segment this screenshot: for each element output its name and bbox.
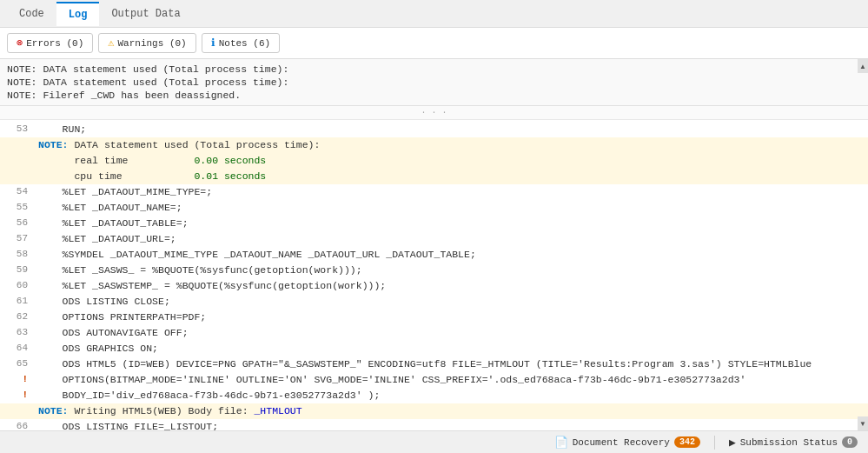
- line-note-real: real time 0.00 seconds: [0, 153, 868, 169]
- document-recovery-status[interactable]: 📄 Document Recovery 342: [554, 436, 700, 450]
- line-64: 64 ODS GRAPHICS ON;: [0, 341, 868, 356]
- log-code-section: 53 RUN; NOTE: DATA statement used (Total…: [0, 120, 868, 430]
- submission-status-item[interactable]: ▶ Submission Status 0: [729, 436, 858, 450]
- warnings-filter-button[interactable]: ⚠ Warnings (0): [98, 33, 195, 53]
- errors-filter-button[interactable]: ⊗ Errors (0): [7, 33, 93, 53]
- notes-label: Notes (6): [219, 38, 270, 49]
- tab-log[interactable]: Log: [56, 2, 100, 26]
- line-note-1: NOTE: DATA statement used (Total process…: [0, 137, 868, 153]
- tab-output-data[interactable]: Output Data: [99, 3, 192, 25]
- scroll-down-button[interactable]: ▼: [858, 416, 868, 430]
- notes-filter-button[interactable]: ℹ Notes (6): [202, 33, 280, 53]
- status-divider: [714, 436, 715, 450]
- log-top-line-3: NOTE: Fileref _CWD has been deassigned.: [7, 89, 861, 102]
- line-61: 61 ODS LISTING CLOSE;: [0, 294, 868, 310]
- line-56: 56 %LET _DATAOUT_TABLE=;: [0, 216, 868, 231]
- submission-status-label: Submission Status: [740, 437, 838, 448]
- line-note-htmlout: NOTE: Writing HTML5(WEB) Body file: _HTM…: [0, 403, 868, 419]
- line-62: 62 OPTIONS PRINTERPATH=PDF;: [0, 310, 868, 325]
- tab-code[interactable]: Code: [7, 3, 56, 25]
- submission-status-badge: 0: [842, 436, 858, 448]
- errors-label: Errors (0): [26, 38, 83, 49]
- line-53: 53 RUN;: [0, 122, 868, 137]
- error-icon: ⊗: [17, 37, 23, 50]
- log-scroll-area[interactable]: NOTE: DATA statement used (Total process…: [0, 59, 868, 430]
- line-57: 57 %LET _DATAOUT_URL=;: [0, 231, 868, 247]
- filter-bar: ⊗ Errors (0) ⚠ Warnings (0) ℹ Notes (6): [0, 28, 868, 59]
- log-divider: · · ·: [0, 106, 868, 120]
- line-bang-2: ! BODY_ID='div_ed768aca-f73b-46dc-9b71-e…: [0, 388, 868, 403]
- line-55: 55 %LET _DATAOUT_NAME=;: [0, 200, 868, 216]
- line-65a: 65 ODS HTML5 (ID=WEB) DEVICE=PNG GPATH="…: [0, 356, 868, 372]
- line-54: 54 %LET _DATAOUT_MIME_TYPE=;: [0, 184, 868, 200]
- log-top-line-1: NOTE: DATA statement used (Total process…: [7, 63, 861, 76]
- warning-icon: ⚠: [108, 37, 114, 50]
- line-60: 60 %LET _SASWSTEMP_ = %BQUOTE(%sysfunc(g…: [0, 278, 868, 294]
- warnings-label: Warnings (0): [117, 38, 186, 49]
- log-container: NOTE: DATA statement used (Total process…: [0, 59, 868, 430]
- log-top-section: NOTE: DATA statement used (Total process…: [0, 59, 868, 106]
- line-bang-1: ! OPTIONS(BITMAP_MODE='INLINE' OUTLINE='…: [0, 372, 868, 388]
- scroll-up-button[interactable]: ▲: [858, 59, 868, 73]
- tab-bar: Code Log Output Data: [0, 0, 868, 28]
- line-58: 58 %SYMDEL _DATAOUT_MIME_TYPE _DATAOUT_N…: [0, 247, 868, 263]
- line-63: 63 ODS AUTONAVIGATE OFF;: [0, 325, 868, 341]
- submission-status-icon: ▶: [729, 436, 736, 450]
- line-59: 59 %LET _SASWS_ = %BQUOTE(%sysfunc(getop…: [0, 263, 868, 278]
- document-recovery-icon: 📄: [554, 436, 568, 450]
- notes-icon: ℹ: [211, 37, 215, 50]
- status-bar: 📄 Document Recovery 342 ▶ Submission Sta…: [0, 430, 868, 453]
- document-recovery-label: Document Recovery: [573, 437, 670, 448]
- log-top-line-2: NOTE: DATA statement used (Total process…: [7, 76, 861, 89]
- line-note-cpu: cpu time 0.01 seconds: [0, 169, 868, 184]
- document-recovery-badge: 342: [674, 436, 700, 448]
- line-66: 66 ODS LISTING FILE=_LISTOUT;: [0, 419, 868, 430]
